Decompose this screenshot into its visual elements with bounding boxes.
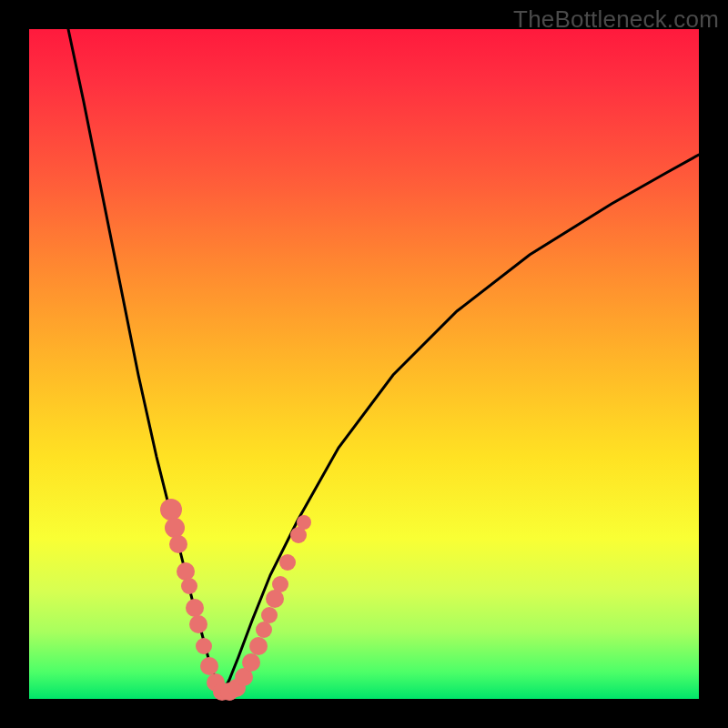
data-marker bbox=[256, 622, 272, 638]
curve-segment bbox=[222, 155, 699, 693]
data-markers bbox=[160, 499, 311, 701]
data-marker bbox=[297, 515, 311, 530]
data-marker bbox=[189, 615, 207, 633]
chart-frame: TheBottleneck.com bbox=[0, 0, 728, 728]
plot-area bbox=[29, 29, 699, 699]
data-marker bbox=[177, 562, 195, 581]
data-marker bbox=[160, 499, 182, 521]
data-marker bbox=[279, 554, 296, 571]
data-marker bbox=[186, 599, 204, 617]
data-marker bbox=[181, 578, 197, 594]
data-marker bbox=[266, 590, 284, 608]
curve-segment bbox=[68, 29, 222, 693]
data-marker bbox=[272, 576, 288, 592]
watermark-text: TheBottleneck.com bbox=[513, 5, 719, 34]
data-marker bbox=[196, 638, 212, 654]
bottleneck-curve bbox=[68, 29, 699, 693]
data-marker bbox=[169, 535, 187, 553]
data-marker bbox=[200, 657, 218, 675]
data-marker bbox=[165, 518, 185, 538]
data-marker bbox=[261, 607, 278, 623]
data-marker bbox=[249, 637, 268, 655]
data-marker bbox=[242, 653, 260, 672]
chart-svg bbox=[29, 29, 699, 699]
